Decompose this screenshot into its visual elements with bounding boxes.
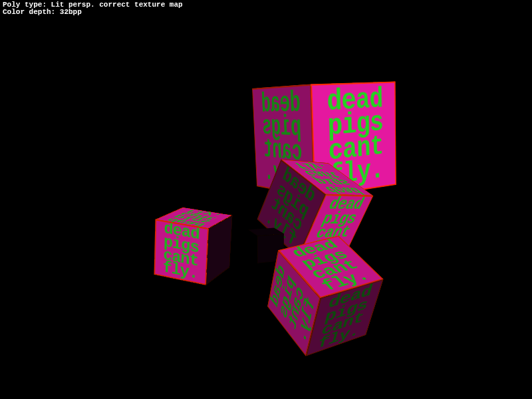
render-info-overlay: Poly type: Lit persp. correct texture ma…	[3, 1, 183, 16]
cube-face: dead pigs cant fly.	[154, 219, 209, 285]
color-depth-text: Color depth: 32bpp	[3, 8, 82, 16]
texture-text: dead pigs cant fly.	[163, 223, 200, 281]
3d-scene: dead pigs cant fly. dead pigs cant fly. …	[0, 0, 532, 399]
